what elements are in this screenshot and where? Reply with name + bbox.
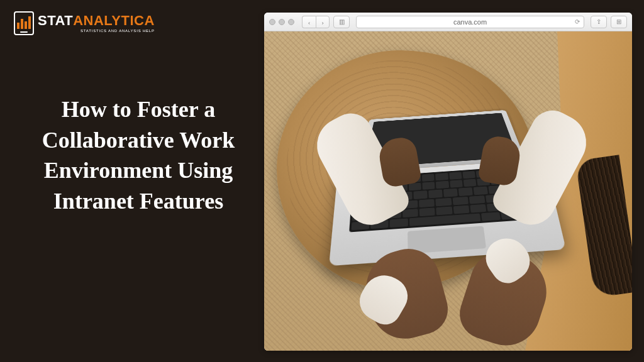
maximize-dot[interactable] [288,19,294,25]
refresh-icon[interactable]: ⟳ [575,18,580,25]
share-icon[interactable]: ⇪ [591,16,607,28]
nav-buttons: ‹ › [302,16,330,28]
close-dot[interactable] [269,19,275,25]
browser-viewport [264,31,632,351]
logo-stat: STAT [38,14,73,28]
logo-tagline: STATISTICS AND ANALYSIS HELP [38,29,155,33]
tabs-icon[interactable]: ⊞ [611,16,627,28]
page-title: How to Foster a Collaborative Work Envir… [19,94,258,216]
laptop-trackpad [408,226,486,254]
browser-mockup: ‹ › ▥ canva.com ⟳ ⇪ ⊞ [264,13,632,351]
logo-analytica: ANALYTICA [73,14,155,28]
address-bar[interactable]: canva.com ⟳ [356,16,584,28]
minimize-dot[interactable] [279,19,285,25]
logo-icon [14,11,34,35]
brand-logo: STATANALYTICA STATISTICS AND ANALYSIS HE… [14,11,155,35]
sidebar-toggle-icon[interactable]: ▥ [333,16,350,28]
browser-toolbar: ‹ › ▥ canva.com ⟳ ⇪ ⊞ [264,13,632,31]
traffic-lights [269,19,294,25]
forward-button[interactable]: › [316,16,330,28]
logo-text: STATANALYTICA STATISTICS AND ANALYSIS HE… [38,14,155,33]
url-text: canva.com [453,18,487,26]
back-button[interactable]: ‹ [302,16,316,28]
